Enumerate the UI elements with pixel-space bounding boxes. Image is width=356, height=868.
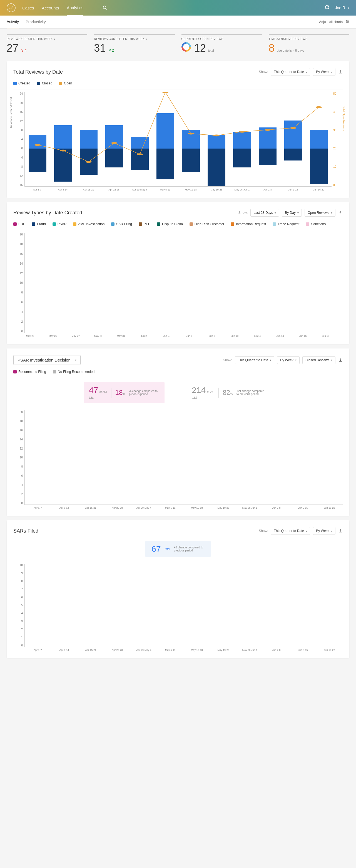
- show-label: Show:: [259, 529, 268, 533]
- bar-slot: [184, 564, 210, 647]
- bar-slot: [78, 410, 104, 504]
- bar-slot: [263, 233, 274, 333]
- download-icon[interactable]: [338, 70, 343, 74]
- legend-open: Open: [59, 81, 72, 85]
- stat-created: REVIEWS CREATED THIS WEEK ▾ 27 ↘4: [7, 34, 87, 54]
- settings-icon[interactable]: [346, 20, 349, 25]
- download-icon[interactable]: [338, 211, 343, 215]
- bar-slot: [36, 233, 48, 333]
- select-granularity[interactable]: By Week▾: [277, 356, 300, 364]
- select-granularity[interactable]: By Day▾: [282, 209, 302, 217]
- bar-slot: [218, 233, 229, 333]
- show-label: Show:: [259, 70, 268, 74]
- bar-slot: [210, 410, 237, 504]
- bar-slot: [210, 564, 237, 647]
- bar-slot: [25, 92, 50, 186]
- chart-total-reviews: 24201612840481216: [13, 92, 343, 187]
- legend-fraud: Fraud: [32, 222, 46, 226]
- bar-slot: [280, 92, 306, 186]
- legend-no-recommend: No Filing Recommended: [53, 370, 94, 374]
- card-title: Review Types by Date Created: [13, 210, 82, 216]
- bar-slot: [25, 233, 36, 333]
- chevron-down-icon[interactable]: ▾: [54, 37, 56, 40]
- select-status[interactable]: Open Reviews▾: [304, 209, 335, 217]
- nav-cases[interactable]: Cases: [22, 1, 34, 15]
- stat-open: CURRENTLY OPEN REVIEWS 12 total: [181, 34, 262, 54]
- stat-created-delta: ↘4: [21, 48, 27, 53]
- bar-slot: [104, 233, 116, 333]
- bar-slot: [206, 233, 218, 333]
- nav-analytics[interactable]: Analytics: [67, 0, 83, 16]
- card-sars-filed: SARs Filed Show: This Quarter to Date▾ B…: [7, 520, 349, 658]
- y-axis-label-right: Total Open Reviews: [343, 106, 346, 131]
- bar-slot: [25, 564, 51, 647]
- chart-psar-decision: 02468101214161820: [13, 410, 343, 505]
- bar-slot: [150, 233, 161, 333]
- bar-slot: [139, 233, 150, 333]
- bar-slot: [127, 92, 153, 186]
- bar-slot: [157, 410, 184, 504]
- bar-slot: [130, 564, 157, 647]
- show-label: Show:: [223, 358, 232, 362]
- select-granularity[interactable]: By Week▾: [313, 527, 335, 535]
- bar-slot: [184, 233, 195, 333]
- sars-summary: 67 total +2 change compared to previous …: [13, 538, 343, 564]
- bar-slot: [101, 92, 127, 186]
- download-icon[interactable]: [338, 358, 343, 362]
- notification-icon[interactable]: [324, 5, 330, 10]
- select-range[interactable]: This Quarter to Date▾: [271, 527, 310, 535]
- open-donut-icon: [181, 42, 191, 52]
- chart-sars-filed: 012345678910: [13, 564, 343, 647]
- stat-timesens: TIME-SENSITIVE REVIEWS 8 due date is < 5…: [269, 34, 349, 54]
- bar-slot: [308, 233, 320, 333]
- select-status[interactable]: Closed Reviews▾: [302, 356, 335, 364]
- stat-timesens-sub: due date is < 5 days: [277, 49, 304, 52]
- bar-slot: [237, 410, 263, 504]
- card-review-types: Review Types by Date Created Show: Last …: [7, 202, 349, 344]
- bar-slot: [252, 233, 263, 333]
- bar-slot: [255, 92, 280, 186]
- stat-open-label: CURRENTLY OPEN REVIEWS: [181, 37, 262, 40]
- bar-slot: [240, 233, 252, 333]
- svg-point-1: [328, 6, 328, 7]
- bar-slot: [104, 564, 130, 647]
- bar-slot: [172, 233, 184, 333]
- top-bar: Cases Accounts Analytics Joe R. ▾: [0, 0, 356, 16]
- bar-slot: [290, 410, 316, 504]
- legend-dispute: Dispute Claim: [157, 222, 183, 226]
- bar-slot: [204, 92, 229, 186]
- legend-psar: PSAR: [53, 222, 67, 226]
- select-range[interactable]: Last 28 Days▾: [250, 209, 279, 217]
- bar-slot: [297, 233, 309, 333]
- bar-slot: [48, 233, 59, 333]
- user-name: Joe R.: [335, 5, 346, 10]
- stat-completed: REVIEWS COMPLETED THIS WEEK ▾ 31 ↗2: [94, 34, 175, 54]
- stat-completed-value: 31: [94, 42, 106, 54]
- search-icon[interactable]: [102, 5, 108, 10]
- bar-slot: [229, 233, 240, 333]
- download-icon[interactable]: [338, 529, 343, 533]
- logo[interactable]: [7, 3, 16, 12]
- user-menu[interactable]: Joe R. ▾: [335, 5, 349, 10]
- select-range[interactable]: This Quarter to Date▾: [271, 68, 310, 76]
- chevron-down-icon[interactable]: ▾: [146, 37, 147, 40]
- legend-hrc: High-Risk Customer: [189, 222, 224, 226]
- decision-select[interactable]: PSAR Investigation Decision▾: [13, 355, 81, 365]
- stat-timesens-label: TIME-SENSITIVE REVIEWS: [269, 37, 349, 40]
- subtab-activity[interactable]: Activity: [7, 16, 19, 28]
- summary-row: 47 of 261total 18% -4 change compared to…: [13, 376, 343, 410]
- stat-completed-delta: ↗2: [108, 48, 114, 53]
- legend-edd: EDD: [13, 222, 25, 226]
- bar-slot: [306, 92, 331, 186]
- select-range[interactable]: This Quarter to Date▾: [235, 356, 274, 364]
- subtab-productivity[interactable]: Productivity: [26, 16, 46, 28]
- select-granularity[interactable]: By Week▾: [313, 68, 335, 76]
- legend-trace: Trace Request: [273, 222, 299, 226]
- bar-slot: [93, 233, 104, 333]
- svg-point-4: [347, 22, 347, 23]
- stat-open-sub: total: [208, 49, 214, 52]
- nav-accounts[interactable]: Accounts: [42, 1, 59, 15]
- legend: EDD Fraud PSAR AML Investigation SAR Fil…: [13, 220, 343, 230]
- legend-pep: PEP: [139, 222, 150, 226]
- bar-slot: [161, 233, 172, 333]
